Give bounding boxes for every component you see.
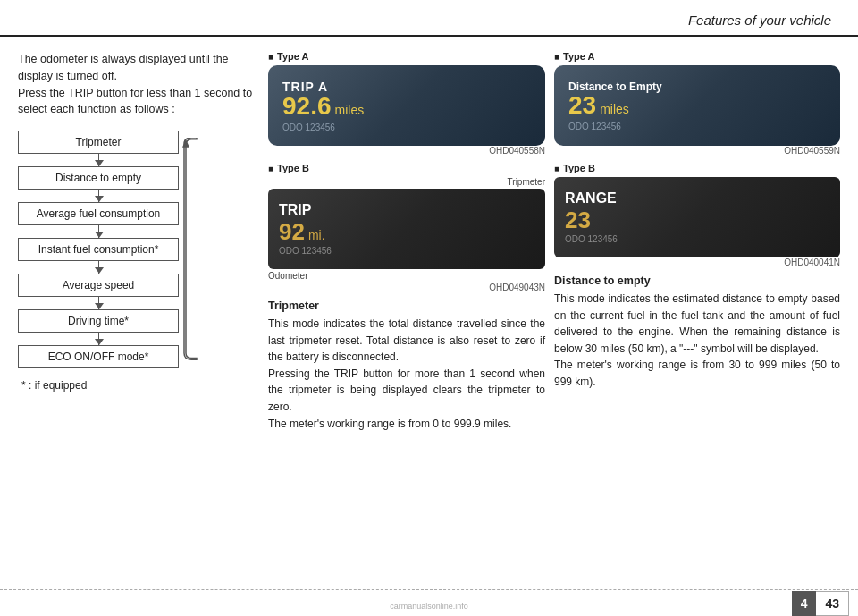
mid-screen-a: TRIP A 92.6 miles ODO 123456 xyxy=(268,65,545,146)
flow-arrow-4 xyxy=(98,261,99,274)
page-numbers: 4 43 xyxy=(792,591,849,616)
right-range-odo: ODO 123456 xyxy=(565,234,829,244)
mid-screen-b-trip: TRIP xyxy=(279,202,534,218)
middle-column: Type A TRIP A 92.6 miles ODO 123456 OHD0… xyxy=(268,51,545,572)
right-column: Type A Distance to Empty 23 miles ODO 12… xyxy=(554,51,840,572)
mid-screen-b-odo: ODO 123456 xyxy=(279,246,534,256)
intro-paragraph: The odometer is always displayed until t… xyxy=(18,51,259,118)
back-arrow-icon xyxy=(181,138,202,361)
flow-box-tripmeter: Tripmeter xyxy=(18,131,179,154)
right-screen-b: RANGE 23 ODO 123456 xyxy=(554,177,840,257)
flow-box-avg-fuel: Average fuel consumption xyxy=(18,202,179,225)
page-title: Features of your vehicle xyxy=(688,13,831,28)
right-type-a-label: Type A xyxy=(554,51,840,62)
flow-box-avg-speed: Average speed xyxy=(18,274,179,297)
mid-screen-b-unit: mi. xyxy=(308,228,325,242)
right-screen-a-caption: OHD040559N xyxy=(554,146,840,156)
right-screen-b-caption: OHD040041N xyxy=(554,257,840,267)
intro-line-1: The odometer is always displayed until t… xyxy=(18,53,229,82)
odometer-label: Odometer xyxy=(268,271,307,281)
mid-screen-b-caption: OHD049043N xyxy=(268,283,545,292)
flow-box-distance-empty: Distance to empty xyxy=(18,166,179,190)
right-type-b-label: Type B xyxy=(554,163,840,173)
mid-trip-value: 92.6 xyxy=(282,94,332,119)
right-dist-unit: miles xyxy=(600,102,629,116)
mid-type-b-label: Type B xyxy=(268,163,545,173)
page-number-left: 4 xyxy=(792,591,817,616)
right-screen-a: Distance to Empty 23 miles ODO 123456 xyxy=(554,65,840,146)
flow-arrow-2 xyxy=(98,190,99,202)
mid-section-title: Tripmeter xyxy=(268,300,545,312)
mid-odo: ODO 123456 xyxy=(282,122,531,132)
mid-screen-b: TRIP 92 mi. ODO 123456 xyxy=(268,189,545,269)
right-range-value: 23 xyxy=(565,207,591,234)
left-column: The odometer is always displayed until t… xyxy=(18,51,259,572)
right-dist-label: Distance to Empty xyxy=(568,80,826,93)
tripmeter-label: Tripmeter xyxy=(508,177,545,187)
mid-trip-unit: miles xyxy=(335,103,365,117)
mid-screen-a-caption: OHD040558N xyxy=(268,146,545,156)
right-section-title: Distance to empty xyxy=(554,274,840,287)
main-content: The odometer is always displayed until t… xyxy=(0,37,858,581)
flowchart-wrapper: Tripmeter Distance to empty Average fuel… xyxy=(18,131,179,368)
footnote: * : if equipped xyxy=(21,379,259,392)
page-number-right: 43 xyxy=(816,591,849,616)
footer-bar: carmanualsonline.info 4 43 xyxy=(0,589,858,616)
watermark: carmanualsonline.info xyxy=(390,602,468,611)
mid-screen-b-bottom-labels: Odometer xyxy=(268,271,545,281)
right-section-text: This mode indicates the estimated dis­ta… xyxy=(554,291,840,391)
flow-arrow-1 xyxy=(98,154,99,166)
flow-box-eco-mode: ECO ON/OFF mode* xyxy=(18,345,179,368)
right-dist-value: 23 xyxy=(568,93,596,118)
flow-box-driving-time: Driving time* xyxy=(18,309,179,333)
mid-section-text: This mode indicates the total distance t… xyxy=(268,316,545,432)
flow-box-instant-fuel: Instant fuel consumption* xyxy=(18,238,179,261)
mid-screen-b-value: 92 xyxy=(279,218,305,246)
flow-arrow-6 xyxy=(98,333,99,345)
mid-type-a-label: Type A xyxy=(268,51,545,62)
flow-arrow-3 xyxy=(98,225,99,238)
page-header: Features of your vehicle xyxy=(0,0,858,37)
flowchart: Tripmeter Distance to empty Average fuel… xyxy=(18,131,179,368)
right-odo: ODO 123456 xyxy=(568,122,826,131)
flow-arrow-5 xyxy=(98,297,99,309)
right-range-label: RANGE xyxy=(565,190,829,207)
mid-screen-b-top-labels: Tripmeter xyxy=(268,177,545,187)
intro-line-2: Press the TRIP button for less than 1 se… xyxy=(18,87,252,116)
